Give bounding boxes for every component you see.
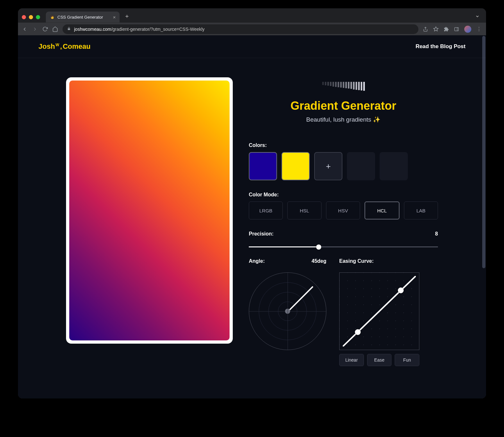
color-mode-lrgb[interactable]: LRGB bbox=[249, 201, 283, 219]
url-text: joshwcomeau.com/gradient-generator/?utm_… bbox=[74, 27, 414, 32]
overflow-menu-button[interactable]: ⋮ bbox=[476, 26, 482, 32]
site-header: Josh W ∧ Comeau Read the Blog Post bbox=[18, 35, 486, 58]
toolbar-right: ⋮ bbox=[423, 26, 482, 33]
window-controls bbox=[22, 15, 40, 19]
easing-presets: LinearEaseFun bbox=[339, 354, 419, 366]
color-mode-label: Color Mode: bbox=[249, 192, 438, 198]
home-button[interactable] bbox=[52, 26, 58, 32]
logo-last: Comeau bbox=[63, 42, 91, 51]
profile-avatar[interactable] bbox=[464, 26, 471, 33]
favicon-icon: 🧑 bbox=[50, 14, 55, 20]
logo-caron-icon: ∧ bbox=[60, 47, 62, 50]
color-mode-hsv[interactable]: HSV bbox=[326, 201, 360, 219]
easing-preset-fun[interactable]: Fun bbox=[395, 354, 419, 366]
share-button[interactable] bbox=[423, 27, 428, 32]
reload-button[interactable] bbox=[42, 26, 48, 32]
precision-slider[interactable] bbox=[249, 246, 438, 247]
browser-toolbar: joshwcomeau.com/gradient-generator/?utm_… bbox=[18, 22, 486, 35]
decorative-bars-icon bbox=[249, 82, 438, 91]
tabs-menu-button[interactable] bbox=[475, 14, 480, 20]
site-logo[interactable]: Josh W ∧ Comeau bbox=[38, 42, 90, 51]
forward-button[interactable] bbox=[32, 26, 38, 32]
page-content: Josh W ∧ Comeau Read the Blog Post Gradi… bbox=[18, 35, 486, 398]
close-window-button[interactable] bbox=[22, 15, 26, 19]
angle-value: 45deg bbox=[312, 258, 326, 264]
color-swatch-empty bbox=[347, 152, 375, 180]
close-tab-button[interactable]: × bbox=[113, 14, 116, 20]
svg-rect-0 bbox=[68, 29, 70, 30]
logo-w: W bbox=[55, 43, 59, 47]
page-subtitle: Beautiful, lush gradients ✨ bbox=[249, 116, 438, 123]
gradient-preview-frame bbox=[66, 77, 233, 344]
gradient-preview bbox=[69, 81, 230, 340]
swatch-row: + bbox=[249, 152, 438, 180]
sidepanel-button[interactable] bbox=[454, 27, 459, 32]
color-mode-hcl[interactable]: HCL bbox=[365, 201, 399, 219]
precision-slider-thumb[interactable] bbox=[316, 244, 321, 250]
maximize-window-button[interactable] bbox=[36, 15, 40, 19]
color-mode-lab[interactable]: LAB bbox=[404, 201, 438, 219]
colors-section: Colors: + bbox=[249, 142, 438, 180]
main-content: Gradient Generator Beautiful, lush gradi… bbox=[18, 58, 486, 379]
precision-value: 8 bbox=[435, 231, 438, 237]
precision-section: Precision: 8 bbox=[249, 231, 438, 247]
color-swatch-0[interactable] bbox=[249, 152, 277, 180]
page-scrollbar[interactable] bbox=[482, 36, 485, 268]
bookmark-button[interactable] bbox=[433, 26, 439, 32]
easing-label: Easing Curve: bbox=[339, 258, 374, 264]
back-button[interactable] bbox=[22, 26, 28, 32]
address-bar[interactable]: joshwcomeau.com/gradient-generator/?utm_… bbox=[63, 24, 418, 34]
lock-icon bbox=[67, 27, 71, 31]
minimize-window-button[interactable] bbox=[29, 15, 33, 19]
mode-row: LRGBHSLHSVHCLLAB bbox=[249, 201, 438, 219]
extensions-button[interactable] bbox=[444, 27, 449, 32]
easing-handle-1[interactable] bbox=[355, 329, 361, 335]
blog-post-link[interactable]: Read the Blog Post bbox=[416, 43, 466, 50]
color-swatch-1[interactable] bbox=[281, 152, 310, 180]
controls-panel: Gradient Generator Beautiful, lush gradi… bbox=[249, 77, 438, 366]
color-mode-hsl[interactable]: HSL bbox=[287, 201, 321, 219]
colors-label: Colors: bbox=[249, 142, 438, 148]
color-mode-section: Color Mode: LRGBHSLHSVHCLLAB bbox=[249, 192, 438, 219]
svg-marker-2 bbox=[433, 27, 438, 31]
easing-editor[interactable] bbox=[339, 272, 419, 350]
easing-preset-ease[interactable]: Ease bbox=[367, 354, 392, 366]
angle-dial[interactable] bbox=[249, 272, 326, 350]
tab-title: CSS Gradient Generator bbox=[57, 15, 103, 20]
page-title: Gradient Generator bbox=[249, 99, 438, 113]
browser-window: 🧑 CSS Gradient Generator × ＋ joshwc bbox=[18, 8, 486, 398]
easing-preset-linear[interactable]: Linear bbox=[339, 354, 364, 366]
color-swatch-empty bbox=[380, 152, 408, 180]
svg-rect-3 bbox=[455, 27, 458, 31]
browser-tab[interactable]: 🧑 CSS Gradient Generator × bbox=[46, 12, 120, 22]
tab-strip: 🧑 CSS Gradient Generator × ＋ bbox=[18, 8, 486, 22]
angle-center-icon bbox=[285, 309, 290, 314]
add-color-button[interactable]: + bbox=[314, 152, 342, 180]
precision-label: Precision: bbox=[249, 231, 273, 237]
easing-handle-2[interactable] bbox=[398, 287, 404, 293]
easing-section: Easing Curve: LinearEaseFun bbox=[339, 258, 419, 366]
new-tab-button[interactable]: ＋ bbox=[124, 12, 130, 20]
angle-section: Angle: 45deg bbox=[249, 258, 326, 366]
angle-label: Angle: bbox=[249, 258, 265, 264]
svg-line-5 bbox=[343, 276, 416, 347]
logo-first: Josh bbox=[38, 42, 55, 51]
